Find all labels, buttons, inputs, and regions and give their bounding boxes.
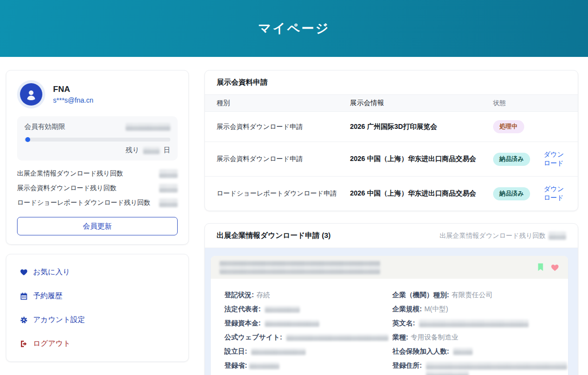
- download-link[interactable]: ダウンロード: [544, 185, 564, 201]
- main-content: FNA s***s@fna.cn 会員有効期限 残り 日: [0, 57, 588, 375]
- field-legal-representative: 法定代表者:: [224, 302, 392, 316]
- table-row: ロードショーレポートダウンロード申請 2026 中国（上海）华东进出口商品交易会…: [205, 176, 578, 211]
- table-row: 展示会資料ダウンロード申請 2026 中国（上海）华东进出口商品交易会 納品済み…: [205, 142, 578, 176]
- redacted-value: [265, 320, 319, 327]
- redacted-value: [453, 348, 473, 355]
- calendar-icon: [20, 292, 28, 300]
- company-downloads-title: 出展企業情報ダウンロード申請 (3): [217, 231, 331, 240]
- progress-indicator: [25, 137, 30, 142]
- remaining-prefix: 残り: [126, 146, 139, 154]
- status-badge: 納品済み: [493, 153, 530, 166]
- company-fields-left: 登記状況: 存続 法定代表者: 登録資本金:: [224, 288, 392, 375]
- profile-identity: FNA s***s@fna.cn: [53, 85, 93, 104]
- user-icon: [20, 83, 42, 106]
- exhibition-name: 2026 中国（上海）华东进出口商品交易会: [350, 155, 493, 163]
- stat-label: 出展企業情報ダウンロード残り回数: [17, 169, 123, 178]
- redacted-count: [159, 184, 178, 193]
- logout-icon: [20, 340, 28, 348]
- field-registration-status: 登記状況: 存続: [224, 288, 392, 302]
- redacted-value: [426, 371, 469, 375]
- redacted-value: [426, 362, 567, 370]
- field-industry: 業種: 专用设备制造业: [392, 330, 568, 344]
- column-header-exhibition: 展示会情報: [350, 99, 493, 107]
- applications-card: 展示会資料申請 種別 展示会情報 状態 展示会資料ダウンロード申請 2026 广…: [204, 70, 578, 211]
- company-fields-right: 企業（機関）種別: 有限责任公司 企業規模: M(中型) 英文名:: [392, 288, 568, 375]
- table-header-row: 種別 展示会情報 状態: [205, 95, 578, 111]
- company-downloads-header: 出展企業情報ダウンロード申請 (3) 出展企業情報ダウンロード残り回数: [205, 224, 578, 248]
- sidebar: FNA s***s@fna.cn 会員有効期限 残り 日: [6, 70, 189, 362]
- gear-icon: [20, 316, 28, 324]
- redacted-value: [251, 348, 306, 355]
- field-social-insurance: 社会保険加入人数:: [392, 344, 568, 358]
- menu-card: お気に入り 予約履歴: [6, 254, 189, 362]
- stat-label: ロードショーレポートダウンロード残り回数: [17, 198, 150, 207]
- profile-name: FNA: [53, 85, 93, 94]
- profile-card: FNA s***s@fna.cn 会員有効期限 残り 日: [6, 70, 189, 245]
- remaining-suffix: 日: [164, 146, 170, 154]
- download-link[interactable]: ダウンロード: [544, 151, 564, 167]
- renew-membership-button[interactable]: 会員更新: [17, 217, 178, 235]
- exhibition-name: 2026 中国（上海）华东进出口商品交易会: [350, 189, 493, 198]
- stat-label: 展示会資料ダウンロード残り回数: [17, 184, 116, 193]
- field-establishment-date: 設立日:: [224, 344, 392, 358]
- avatar: [17, 80, 45, 108]
- redacted-count: [159, 198, 178, 207]
- menu-item-label: ログアウト: [33, 339, 71, 348]
- field-company-size: 企業規模: M(中型): [392, 302, 568, 316]
- applications-title: 展示会資料申請: [205, 71, 578, 95]
- status-badge: 処理中: [493, 120, 524, 133]
- field-registered-province: 登録省:: [224, 358, 392, 373]
- profile-header: FNA s***s@fna.cn: [17, 80, 178, 108]
- heart-icon[interactable]: [551, 264, 559, 271]
- company-details: 登記状況: 存続 法定代表者: 登録資本金:: [211, 279, 568, 375]
- menu-item-logout[interactable]: ログアウト: [20, 339, 175, 348]
- remaining-downloads: 出展企業情報ダウンロード残り回数: [440, 232, 566, 240]
- company-card: 登記状況: 存続 法定代表者: 登録資本金:: [211, 256, 568, 375]
- profile-email: s***s@fna.cn: [53, 96, 93, 104]
- membership-label: 会員有効期限: [24, 123, 65, 131]
- download-stats: 出展企業情報ダウンロード残り回数 展示会資料ダウンロード残り回数 ロードショーレ…: [17, 169, 178, 207]
- menu-item-label: アカウント設定: [33, 315, 85, 324]
- membership-box: 会員有効期限 残り 日: [17, 116, 178, 161]
- table-row: 展示会資料ダウンロード申請 2026 广州国际3D打印展览会 処理中: [205, 111, 578, 142]
- field-english-name: 英文名:: [392, 316, 568, 330]
- menu-item-account-settings[interactable]: アカウント設定: [20, 315, 175, 324]
- field-official-website: 公式ウェブサイト:: [224, 330, 392, 344]
- page-title: マイページ: [258, 20, 330, 37]
- company-downloads-card: 出展企業情報ダウンロード申請 (3) 出展企業情報ダウンロード残り回数: [204, 223, 578, 375]
- bookmark-icon[interactable]: [537, 263, 544, 271]
- field-company-type: 企業（機関）種別: 有限责任公司: [392, 288, 568, 302]
- stat-row-exhibition-docs: 展示会資料ダウンロード残り回数: [17, 184, 178, 193]
- company-downloads-body: 登記状況: 存続 法定代表者: 登録資本金:: [205, 248, 578, 375]
- stat-row-exhibitor-info: 出展企業情報ダウンロード残り回数: [17, 169, 178, 178]
- remaining-downloads-label: 出展企業情報ダウンロード残り回数: [440, 232, 546, 240]
- heart-icon: [20, 268, 28, 276]
- status-badge: 納品済み: [493, 187, 530, 200]
- redacted-count: [549, 232, 566, 240]
- remaining-days: 残り 日: [24, 146, 170, 155]
- redacted-count: [159, 169, 178, 178]
- membership-progress-bar: [24, 138, 170, 142]
- menu-item-label: 予約履歴: [33, 291, 62, 301]
- company-card-header: [211, 256, 568, 279]
- stat-row-roadshow-report: ロードショーレポートダウンロード残り回数: [17, 198, 178, 207]
- application-type: 展示会資料ダウンロード申請: [217, 123, 350, 131]
- redacted-days: [143, 147, 160, 154]
- application-type: 展示会資料ダウンロード申請: [217, 155, 350, 163]
- redacted-company-name: [220, 261, 380, 274]
- column-header-status: 状態: [493, 99, 544, 107]
- application-type: ロードショーレポートダウンロード申請: [217, 189, 350, 198]
- page-header: マイページ: [0, 0, 588, 57]
- redacted-value: [286, 334, 388, 341]
- menu-item-favorites[interactable]: お気に入り: [20, 268, 175, 277]
- field-registered-address: 登録住所:: [392, 358, 568, 375]
- exhibition-name: 2026 广州国际3D打印展览会: [350, 123, 493, 131]
- main-panel: 展示会資料申請 種別 展示会情報 状態 展示会資料ダウンロード申請 2026 广…: [204, 70, 578, 375]
- menu-item-reservations[interactable]: 予約履歴: [20, 291, 175, 301]
- menu-item-label: お気に入り: [33, 268, 70, 277]
- redacted-value: [249, 362, 279, 369]
- redacted-value: [419, 320, 529, 327]
- redacted-value: [265, 306, 300, 313]
- field-registered-capital: 登録資本金:: [224, 316, 392, 330]
- redacted-membership-date: [126, 123, 170, 131]
